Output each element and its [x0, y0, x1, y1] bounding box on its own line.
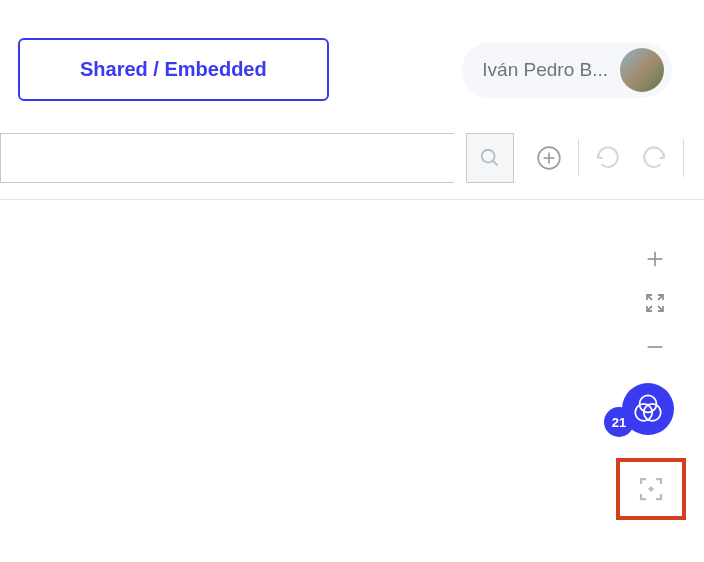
add-button[interactable] — [532, 141, 566, 175]
header: Shared / Embedded Iván Pedro B... — [0, 0, 704, 125]
focus-button[interactable] — [616, 458, 686, 520]
zoom-in-button[interactable] — [640, 244, 670, 274]
divider — [578, 139, 579, 177]
toolbar — [0, 125, 704, 200]
focus-icon — [636, 474, 666, 504]
shared-embedded-button[interactable]: Shared / Embedded — [18, 38, 329, 101]
venn-filter-button[interactable]: 21 — [622, 383, 674, 435]
redo-icon — [641, 145, 667, 171]
user-chip[interactable]: Iván Pedro B... — [462, 42, 672, 98]
search-icon — [479, 147, 501, 169]
count-badge: 21 — [604, 407, 634, 437]
divider — [683, 139, 684, 177]
user-name-label: Iván Pedro B... — [482, 59, 608, 81]
svg-point-0 — [482, 150, 495, 163]
redo-button[interactable] — [637, 141, 671, 175]
search-button[interactable] — [466, 133, 514, 183]
undo-button[interactable] — [591, 141, 625, 175]
avatar — [620, 48, 664, 92]
undo-icon — [595, 145, 621, 171]
minus-icon — [644, 336, 666, 358]
zoom-out-button[interactable] — [640, 332, 670, 362]
search-input[interactable] — [0, 133, 454, 183]
plus-icon — [644, 248, 666, 270]
fullscreen-button[interactable] — [640, 288, 670, 318]
venn-icon — [631, 392, 665, 426]
expand-icon — [643, 291, 667, 315]
plus-circle-icon — [536, 145, 562, 171]
svg-line-1 — [493, 161, 498, 166]
zoom-controls — [640, 244, 670, 362]
